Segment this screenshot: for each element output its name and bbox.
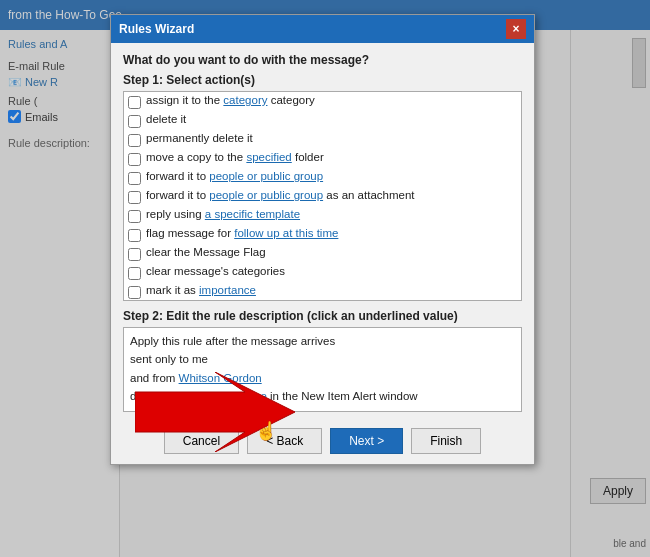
specific-template-link[interactable]: a specific template — [205, 208, 300, 220]
action-forward-people: forward it to people or public group — [124, 168, 521, 187]
importance-link[interactable]: importance — [199, 284, 256, 296]
desc-line-3: and from Whitson Gordon — [130, 370, 515, 387]
step1-label: Step 1: Select action(s) — [123, 73, 522, 87]
dialog-body: What do you want to do with the message?… — [111, 43, 534, 420]
action-flag: flag message for follow up at this time — [124, 225, 521, 244]
action-flag-label: flag message for follow up at this time — [146, 227, 338, 239]
dialog-titlebar: Rules Wizard × — [111, 15, 534, 43]
desc-line-1: Apply this rule after the message arrive… — [130, 333, 515, 350]
action-clear-flag: clear the Message Flag — [124, 244, 521, 263]
action-forward-attach-checkbox[interactable] — [128, 191, 141, 204]
desc-in-window: in the New Item Alert window — [267, 390, 418, 402]
action-reply: reply using a specific template — [124, 206, 521, 225]
desc-and-from: and from — [130, 372, 179, 384]
action-clear-cats-checkbox[interactable] — [128, 267, 141, 280]
follow-up-link[interactable]: follow up at this time — [234, 227, 338, 239]
action-reply-label: reply using a specific template — [146, 208, 300, 220]
dialog-footer: Cancel < Back Next > Finish — [111, 420, 534, 464]
action-forward-people-checkbox[interactable] — [128, 172, 141, 185]
action-mark-imp-checkbox[interactable] — [128, 286, 141, 299]
action-delete: delete it — [124, 111, 521, 130]
action-mark-imp-label: mark it as importance — [146, 284, 256, 296]
dialog-title: Rules Wizard — [119, 22, 506, 36]
action-reply-checkbox[interactable] — [128, 210, 141, 223]
desc-display: display — [130, 390, 169, 402]
action-delete-label: delete it — [146, 113, 186, 125]
action-forward-people-label: forward it to people or public group — [146, 170, 323, 182]
action-clear-flag-label: clear the Message Flag — [146, 246, 266, 258]
action-perm-delete: permanently delete it — [124, 130, 521, 149]
action-assign-checkbox[interactable] — [128, 96, 141, 109]
people-group-link-1[interactable]: people or public group — [209, 170, 323, 182]
action-assign-label: assign it to the category category — [146, 94, 315, 106]
action-perm-delete-label: permanently delete it — [146, 132, 253, 144]
action-delete-checkbox[interactable] — [128, 115, 141, 128]
step2-label: Step 2: Edit the rule description (click… — [123, 309, 522, 323]
rules-wizard-dialog: Rules Wizard × What do you want to do wi… — [110, 14, 535, 465]
action-flag-checkbox[interactable] — [128, 229, 141, 242]
action-move-copy-label: move a copy to the specified folder — [146, 151, 324, 163]
action-clear-cats-label: clear message's categories — [146, 265, 285, 277]
cancel-button[interactable]: Cancel — [164, 428, 239, 454]
dialog-close-button[interactable]: × — [506, 19, 526, 39]
action-assign: assign it to the category category — [124, 92, 521, 111]
action-clear-cats: clear message's categories — [124, 263, 521, 282]
action-move-copy-checkbox[interactable] — [128, 153, 141, 166]
specified-link[interactable]: specified — [246, 151, 291, 163]
next-button[interactable]: Next > — [330, 428, 403, 454]
desc-line-4: display a specific message in the New It… — [130, 388, 515, 405]
action-move-copy: move a copy to the specified folder — [124, 149, 521, 168]
action-forward-attach: forward it to people or public group as … — [124, 187, 521, 206]
back-button[interactable]: < Back — [247, 428, 322, 454]
actions-list[interactable]: assign it to the category category delet… — [123, 91, 522, 301]
action-perm-delete-checkbox[interactable] — [128, 134, 141, 147]
desc-specific-message-link[interactable]: a specific message — [169, 390, 267, 403]
action-forward-attach-label: forward it to people or public group as … — [146, 189, 415, 201]
action-clear-flag-checkbox[interactable] — [128, 248, 141, 261]
people-group-link-2[interactable]: people or public group — [209, 189, 323, 201]
finish-button[interactable]: Finish — [411, 428, 481, 454]
action-mark-imp: mark it as importance — [124, 282, 521, 301]
category-link[interactable]: category — [223, 94, 267, 106]
dialog-question: What do you want to do with the message? — [123, 53, 522, 67]
description-box: Apply this rule after the message arrive… — [123, 327, 522, 412]
desc-line-2: sent only to me — [130, 351, 515, 368]
whitson-gordon-link[interactable]: Whitson Gordon — [179, 372, 262, 384]
